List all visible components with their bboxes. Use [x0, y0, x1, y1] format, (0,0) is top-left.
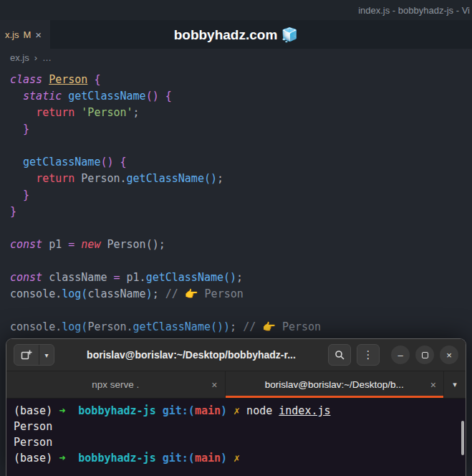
token: bobbyhadz-js: [78, 404, 155, 417]
token: console.: [10, 320, 62, 333]
token: return: [36, 172, 74, 185]
tab-label: x.js: [5, 29, 19, 40]
token: getClassName: [68, 90, 145, 103]
token: [10, 189, 23, 201]
token: ✗: [233, 404, 240, 417]
terminal-line: Person: [14, 434, 458, 450]
new-tab-icon[interactable]: [14, 345, 39, 365]
terminal-headerbar: ▾ borislav@borislav:~/Desktop/bobbyhadz-…: [6, 339, 466, 371]
token: (): [204, 172, 217, 185]
new-tab-split-button[interactable]: ▾: [14, 344, 54, 366]
token: ): [146, 287, 153, 300]
token: [10, 156, 23, 168]
token: ;: [133, 106, 140, 119]
code-editor[interactable]: class Person { static getClassName() { r…: [0, 66, 472, 335]
token: ;: [230, 320, 243, 333]
menu-kebab-button[interactable]: ⋮: [357, 344, 380, 366]
breadcrumb-more[interactable]: …: [42, 52, 52, 63]
token: {: [94, 73, 100, 86]
minimize-button[interactable]: –: [391, 346, 410, 364]
terminal-tab-active[interactable]: borislav@borislav:~/Desktop/b... ×: [226, 371, 445, 398]
token: [10, 106, 36, 119]
token: [156, 404, 163, 417]
token: className: [87, 287, 145, 300]
token: return: [36, 106, 74, 119]
breadcrumb-separator-icon: ›: [34, 52, 37, 63]
token: ✗: [233, 452, 240, 465]
token: p1.: [120, 271, 146, 284]
token: Person.: [74, 172, 126, 185]
token: =: [114, 271, 120, 284]
token: [114, 156, 120, 168]
terminal-tab-npx-serve[interactable]: npx serve . ×: [6, 371, 226, 398]
terminal-line: (base) ➜ bobbyhadz-js git:(main) ✗ node …: [14, 403, 458, 419]
terminal-output[interactable]: (base) ➜ bobbyhadz-js git:(main) ✗ node …: [6, 399, 466, 470]
editor-tab-bar: x.js M × bobbyhadz.com 🧊: [0, 20, 472, 49]
token: Person();: [100, 238, 165, 251]
token: =: [68, 238, 74, 251]
token: [159, 90, 165, 103]
token: [10, 90, 23, 103]
maximize-button[interactable]: [415, 346, 434, 364]
active-tab-underline: [226, 396, 444, 398]
terminal-line: (base) ➜ bobbyhadz-js git:(main) ✗: [14, 450, 458, 466]
token: {: [120, 156, 127, 168]
tab-close-icon[interactable]: ×: [430, 379, 436, 391]
terminal-tab-label: borislav@borislav:~/Desktop/b...: [265, 379, 404, 390]
token: {: [165, 90, 172, 103]
token: [65, 404, 78, 417]
token: getClassName: [133, 320, 211, 333]
code-line: [10, 220, 472, 237]
token: [65, 452, 78, 465]
code-line: static getClassName() {: [10, 88, 472, 105]
token: // 👉 Person: [165, 287, 244, 300]
token: [42, 73, 49, 86]
terminal-window: ▾ borislav@borislav:~/Desktop/bobbyhadz-…: [6, 338, 466, 476]
close-button[interactable]: ×: [440, 346, 458, 364]
token: [227, 452, 233, 465]
terminal-tab-label: npx serve .: [92, 379, 139, 390]
breadcrumb-file[interactable]: ex.js: [10, 52, 29, 63]
token: ()): [211, 320, 230, 333]
maximize-icon: [422, 352, 428, 358]
token: (): [100, 156, 113, 168]
token: [74, 106, 81, 119]
terminal-scrollbar[interactable]: [461, 421, 464, 455]
code-line: }: [10, 187, 472, 204]
code-line: getClassName() {: [10, 154, 472, 171]
tab-index-js[interactable]: x.js M ×: [0, 20, 50, 49]
token: p1: [42, 238, 68, 251]
code-line: [10, 303, 472, 319]
token: [74, 238, 81, 251]
token: ;: [236, 271, 243, 284]
code-line: console.log(Person.getClassName()); // 👉…: [10, 319, 472, 335]
tab-close-icon[interactable]: ×: [211, 379, 217, 391]
token: log: [62, 287, 81, 300]
token: (): [146, 90, 159, 103]
code-line: const className = p1.getClassName();: [10, 270, 472, 286]
terminal-tab-bar: npx serve . × borislav@borislav:~/Deskto…: [6, 371, 466, 399]
token: const: [10, 271, 42, 284]
code-line: console.log(className); // 👉 Person: [10, 286, 472, 303]
token: (base): [14, 404, 59, 417]
new-tab-chevron-icon[interactable]: ▾: [39, 345, 54, 365]
search-button[interactable]: [328, 344, 351, 366]
code-line: [10, 253, 472, 270]
token: log: [62, 320, 81, 333]
token: [10, 172, 36, 185]
code-line: [10, 138, 472, 154]
code-line: return 'Person';: [10, 105, 472, 121]
token: ): [221, 404, 227, 417]
token: // 👉 Person: [243, 320, 321, 333]
token: main: [195, 452, 221, 465]
breadcrumb[interactable]: ex.js › …: [0, 49, 472, 66]
tab-close-icon[interactable]: ×: [35, 29, 42, 41]
tab-list-chevron-icon[interactable]: ▾: [444, 371, 466, 398]
token: git:(: [163, 404, 195, 417]
token: [10, 123, 23, 135]
token: index.js: [279, 404, 330, 417]
token: }: [23, 189, 29, 201]
token: [62, 90, 68, 103]
window-titlebar: index.js - bobbyhadz-js - Vi: [0, 0, 472, 20]
terminal-title: borislav@borislav:~/Desktop/bobbyhadz-r.…: [54, 349, 328, 361]
